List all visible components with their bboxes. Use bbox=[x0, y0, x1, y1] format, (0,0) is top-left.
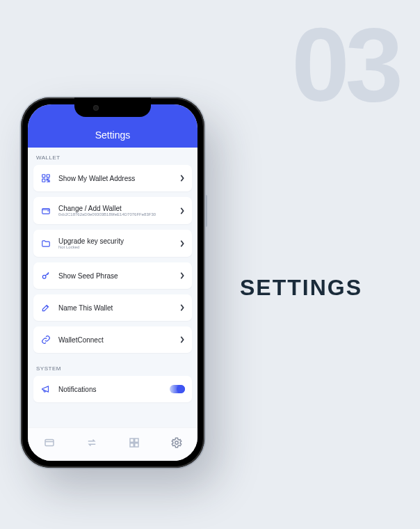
phone-screen: Settings WALLET Show My Wallet Address bbox=[28, 104, 197, 461]
svg-rect-8 bbox=[130, 443, 134, 446]
svg-rect-5 bbox=[45, 439, 54, 445]
wallet-icon bbox=[40, 205, 51, 216]
folder-lock-icon bbox=[40, 238, 51, 249]
tab-wallet[interactable] bbox=[42, 435, 57, 450]
row-seed-phrase[interactable]: Show Seed Phrase bbox=[33, 262, 192, 289]
chevron-right-icon bbox=[179, 304, 185, 311]
swap-icon bbox=[86, 436, 98, 449]
phone-frame: Settings WALLET Show My Wallet Address bbox=[21, 97, 204, 468]
slide-title: SETTINGS bbox=[240, 275, 362, 301]
chevron-right-icon bbox=[179, 336, 185, 343]
phone-notch bbox=[74, 97, 151, 117]
tab-apps[interactable] bbox=[127, 435, 142, 450]
svg-point-10 bbox=[175, 441, 178, 444]
row-notifications[interactable]: Notifications bbox=[33, 376, 192, 402]
section-label-system: SYSTEM bbox=[28, 358, 197, 376]
row-title: Name This Wallet bbox=[58, 304, 172, 312]
slide-number: 03 bbox=[291, 13, 399, 117]
row-subtitle: Not Locked bbox=[58, 245, 170, 249]
notifications-toggle[interactable] bbox=[170, 385, 185, 393]
svg-rect-2 bbox=[42, 179, 45, 182]
row-title: Notifications bbox=[58, 386, 163, 393]
chevron-right-icon bbox=[179, 272, 185, 279]
row-title: Upgrade key security bbox=[58, 237, 172, 245]
tab-swap[interactable] bbox=[84, 435, 99, 450]
tab-settings[interactable] bbox=[169, 435, 184, 450]
row-upgrade-security[interactable]: Upgrade key security Not Locked bbox=[33, 230, 192, 257]
chevron-right-icon bbox=[179, 240, 185, 247]
svg-rect-1 bbox=[47, 175, 49, 177]
row-subtitle: 0xb2C18762aD0e09303B189feE14D7076FFe83F3… bbox=[58, 212, 170, 216]
gear-icon bbox=[170, 436, 183, 449]
tab-bar bbox=[28, 427, 197, 461]
edit-icon bbox=[40, 302, 51, 313]
section-label-wallet: WALLET bbox=[28, 148, 197, 165]
link-icon bbox=[40, 334, 51, 345]
row-title: Show Seed Phrase bbox=[58, 272, 172, 280]
row-title: WalletConnect bbox=[58, 336, 172, 344]
row-name-wallet[interactable]: Name This Wallet bbox=[33, 294, 192, 321]
wallet-tab-icon bbox=[43, 436, 56, 449]
row-show-wallet-address[interactable]: Show My Wallet Address bbox=[33, 165, 192, 191]
key-icon bbox=[40, 270, 51, 281]
chevron-right-icon bbox=[179, 207, 185, 214]
svg-rect-6 bbox=[130, 439, 134, 442]
grid-icon bbox=[128, 436, 140, 449]
megaphone-icon bbox=[40, 384, 51, 395]
row-title: Change / Add Wallet bbox=[58, 205, 172, 212]
chevron-right-icon bbox=[179, 175, 185, 182]
header-title: Settings bbox=[95, 129, 131, 141]
row-title: Show My Wallet Address bbox=[58, 175, 172, 182]
settings-content: WALLET Show My Wallet Address bbox=[28, 148, 197, 427]
svg-rect-7 bbox=[134, 439, 138, 442]
row-change-wallet[interactable]: Change / Add Wallet 0xb2C18762aD0e09303B… bbox=[33, 197, 192, 224]
svg-point-4 bbox=[42, 275, 46, 278]
qr-code-icon bbox=[40, 173, 51, 184]
svg-rect-0 bbox=[42, 175, 45, 177]
svg-rect-9 bbox=[134, 443, 138, 446]
row-walletconnect[interactable]: WalletConnect bbox=[33, 326, 192, 353]
